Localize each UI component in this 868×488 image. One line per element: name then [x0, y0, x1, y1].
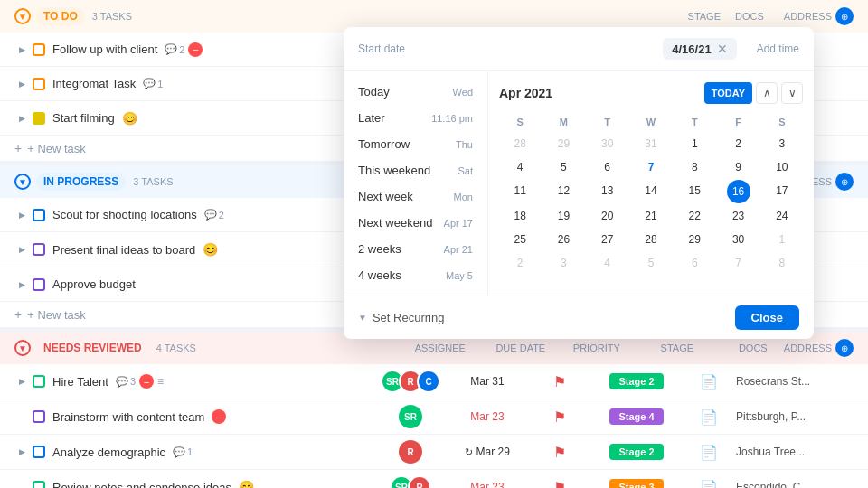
shortcut-day: Apr 17: [444, 218, 473, 229]
dp-day[interactable]: 3: [542, 252, 584, 274]
dp-day-header-f: F: [717, 113, 759, 131]
dp-cal-nav: TODAY ∧ ∨: [704, 82, 803, 104]
shortcut-day: Thu: [456, 139, 473, 150]
dp-day[interactable]: 7: [717, 252, 759, 274]
dp-day[interactable]: 19: [542, 205, 584, 227]
dp-day[interactable]: 30: [717, 229, 759, 250]
dp-day[interactable]: 25: [499, 229, 541, 250]
shortcut-label: 4 weeks: [358, 268, 401, 282]
datepicker-popup: Start date 4/16/21 ✕ Add time Today Wed: [344, 27, 814, 339]
dp-day[interactable]: 23: [717, 205, 759, 227]
dp-footer: ▼ Set Recurring Close: [344, 296, 814, 339]
shortcut-day: 11:16 pm: [431, 113, 473, 124]
dp-day-header-m: M: [542, 113, 584, 131]
dp-date-clear-icon[interactable]: ✕: [717, 42, 728, 56]
dp-shortcut-this-weekend[interactable]: This weekend Sat: [344, 157, 487, 183]
datepicker-overlay: Start date 4/16/21 ✕ Add time Today Wed: [0, 0, 868, 488]
dp-date-value: 4/16/21: [672, 42, 711, 56]
shortcut-day: May 5: [446, 270, 473, 281]
dp-date-input[interactable]: 4/16/21 ✕: [663, 38, 736, 60]
dp-day[interactable]: 21: [630, 205, 672, 227]
dp-day[interactable]: 4: [499, 156, 541, 178]
dp-day-header-s2: S: [761, 113, 803, 131]
dp-day[interactable]: 29: [542, 133, 584, 155]
dp-day-header-t1: T: [587, 113, 628, 131]
dp-shortcut-next-week[interactable]: Next week Mon: [344, 183, 487, 210]
dp-day[interactable]: 26: [542, 229, 584, 250]
dp-day[interactable]: 12: [542, 180, 584, 203]
dp-day[interactable]: 14: [630, 180, 672, 203]
dp-day[interactable]: 24: [761, 205, 803, 227]
dp-day[interactable]: 2: [499, 252, 541, 274]
dp-day[interactable]: 8: [674, 156, 715, 178]
dp-next-month-btn[interactable]: ∨: [781, 82, 803, 104]
dp-day[interactable]: 1: [761, 229, 803, 250]
dp-day[interactable]: 17: [761, 180, 803, 203]
shortcut-day: Sat: [458, 165, 473, 176]
shortcut-label: Today: [358, 85, 390, 99]
dp-today-btn[interactable]: TODAY: [704, 82, 752, 104]
dp-day[interactable]: 15: [674, 180, 715, 203]
dp-day[interactable]: 22: [674, 205, 715, 227]
dp-day[interactable]: 1: [674, 133, 715, 155]
dp-day[interactable]: 29: [674, 229, 715, 250]
dp-day-selected[interactable]: 16: [727, 180, 750, 203]
dp-day[interactable]: 10: [761, 156, 803, 178]
dp-set-recurring[interactable]: ▼ Set Recurring: [358, 311, 444, 324]
dp-start-label: Start date: [358, 42, 405, 55]
dp-month-title: Apr 2021: [499, 86, 552, 100]
dp-day[interactable]: 4: [587, 252, 628, 274]
dp-day[interactable]: 31: [630, 133, 672, 155]
dp-close-button[interactable]: Close: [735, 305, 799, 330]
dp-day[interactable]: 6: [674, 252, 715, 274]
dp-shortcut-today[interactable]: Today Wed: [344, 79, 487, 105]
app: ▼ TO DO 3 TASKS STAGE DOCS ADDRESS ⊕ ▶ F…: [0, 0, 868, 488]
shortcut-label: This weekend: [358, 164, 430, 177]
dp-day-header-t2: T: [674, 113, 715, 131]
dp-day-header-w: W: [630, 113, 672, 131]
shortcut-label: 2 weeks: [358, 242, 401, 256]
chevron-down-icon: ▼: [358, 313, 367, 323]
dp-calendar: Apr 2021 TODAY ∧ ∨ S M T W T F: [488, 71, 814, 296]
dp-prev-month-btn[interactable]: ∧: [756, 82, 778, 104]
dp-shortcut-next-weekend[interactable]: Next weekend Apr 17: [344, 210, 487, 236]
dp-day[interactable]: 5: [542, 156, 584, 178]
dp-day[interactable]: 28: [630, 229, 672, 250]
dp-day[interactable]: 6: [587, 156, 628, 178]
dp-day[interactable]: 9: [717, 156, 759, 178]
dp-day[interactable]: 18: [499, 205, 541, 227]
dp-shortcut-2weeks[interactable]: 2 weeks Apr 21: [344, 236, 487, 262]
dp-body: Today Wed Later 11:16 pm Tomorrow Thu Th…: [344, 71, 814, 296]
dp-shortcuts: Today Wed Later 11:16 pm Tomorrow Thu Th…: [344, 71, 488, 296]
shortcut-day: Wed: [453, 87, 473, 98]
dp-add-time[interactable]: Add time: [757, 42, 799, 55]
shortcut-label: Next weekend: [358, 216, 432, 230]
dp-shortcut-later[interactable]: Later 11:16 pm: [344, 105, 487, 131]
dp-day[interactable]: 2: [717, 133, 759, 155]
dp-day[interactable]: 28: [499, 133, 541, 155]
dp-day[interactable]: 3: [761, 133, 803, 155]
dp-day[interactable]: 20: [587, 205, 628, 227]
dp-day-headers: S M T W T F S 28 29 30 31 1 2: [499, 113, 803, 274]
dp-top-bar: Start date 4/16/21 ✕ Add time: [344, 27, 814, 71]
dp-day[interactable]: 5: [630, 252, 672, 274]
set-recurring-label: Set Recurring: [373, 311, 444, 324]
dp-day[interactable]: 13: [587, 180, 628, 203]
dp-cal-header: Apr 2021 TODAY ∧ ∨: [499, 82, 803, 104]
shortcut-day: Apr 21: [444, 244, 473, 255]
dp-day[interactable]: 30: [587, 133, 628, 155]
dp-day[interactable]: 11: [499, 180, 541, 203]
dp-day[interactable]: 7: [630, 156, 672, 178]
shortcut-label: Next week: [358, 190, 413, 203]
dp-shortcut-tomorrow[interactable]: Tomorrow Thu: [344, 131, 487, 157]
shortcut-label: Tomorrow: [358, 137, 410, 151]
shortcut-label: Later: [358, 111, 385, 125]
dp-day[interactable]: 8: [761, 252, 803, 274]
dp-shortcut-4weeks[interactable]: 4 weeks May 5: [344, 262, 487, 288]
shortcut-day: Mon: [454, 192, 473, 202]
dp-day[interactable]: 27: [587, 229, 628, 250]
dp-day-header-s: S: [499, 113, 541, 131]
